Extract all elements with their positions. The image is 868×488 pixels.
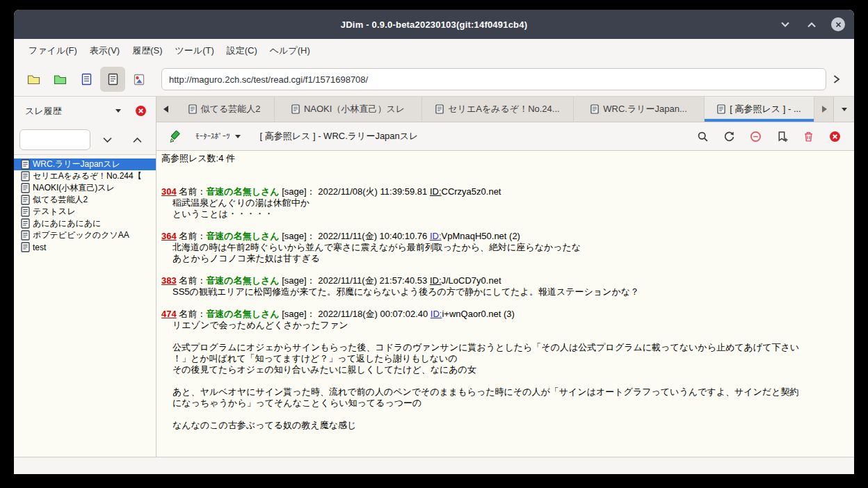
close-circle-icon bbox=[829, 131, 841, 143]
stop-button[interactable] bbox=[746, 127, 765, 146]
post: 474 名前：音速の名無しさん [sage]： 2022/11/18(金) 00… bbox=[161, 309, 849, 431]
menu-history[interactable]: 履歴(S) bbox=[126, 42, 168, 60]
image-view-button[interactable] bbox=[127, 67, 152, 92]
sidebar-thread-item[interactable]: WRC.ラリーJapanスレ bbox=[14, 158, 156, 170]
thread-tab[interactable]: NAOKI（小林直己）スレ bbox=[275, 97, 422, 122]
thread-tab[interactable]: WRC.ラリーJapan... bbox=[574, 97, 705, 122]
post-mail-date: [sage]： 2022/11/08(火) 11:39:59.81 bbox=[280, 186, 430, 197]
thread-document-icon bbox=[21, 242, 30, 252]
post-body: 北海道の時は午前2時ぐらいから並んで寒さに震えながら最前列取ったから、絶対に座ら… bbox=[161, 242, 849, 264]
post-number-link[interactable]: 364 bbox=[161, 231, 177, 241]
favorites-button[interactable] bbox=[47, 67, 72, 92]
post-header: 304 名前：音速の名無しさん [sage]： 2022/11/08(火) 11… bbox=[161, 186, 849, 197]
go-arrow-icon bbox=[833, 74, 841, 84]
search-down-button[interactable] bbox=[95, 129, 120, 150]
titlebar[interactable]: JDim - 0.9.0-beta20230103(git:14f0491cb4… bbox=[14, 10, 854, 39]
thread-item-label: test bbox=[33, 243, 46, 252]
board-document-icon bbox=[81, 73, 92, 86]
sidebar-thread-item[interactable]: ポプテピピックのクソAA bbox=[14, 229, 156, 241]
menu-settings[interactable]: 設定(C) bbox=[220, 42, 264, 60]
tab-scroll-left-button[interactable] bbox=[156, 97, 175, 122]
thread-document-icon bbox=[21, 218, 30, 229]
search-button[interactable] bbox=[693, 127, 712, 146]
tab-label: NAOKI（小林直己）スレ bbox=[304, 103, 405, 115]
post-mail-date: [sage]： 2022/11/18(金) 00:07:02.40 bbox=[280, 309, 431, 319]
delete-button[interactable] bbox=[798, 127, 818, 146]
post-id-count: (2) bbox=[506, 231, 520, 241]
caret-down-icon bbox=[235, 135, 241, 138]
thread-document-icon bbox=[590, 104, 599, 114]
tab-list-dropdown-button[interactable] bbox=[833, 97, 854, 122]
sidebar-thread-item[interactable]: test bbox=[14, 241, 156, 253]
bbs-list-folder-icon bbox=[27, 74, 40, 85]
close-window-button[interactable] bbox=[829, 15, 847, 33]
post-id-value: J/LoCD7y0.net bbox=[442, 275, 501, 286]
write-post-button[interactable] bbox=[163, 126, 186, 147]
favorites-folder-icon bbox=[54, 74, 67, 85]
board-select-button[interactable]: ﾓｰﾀｰｽﾎﾟｰﾂ bbox=[190, 127, 246, 146]
sidebar-search-input[interactable] bbox=[19, 129, 90, 150]
arrow-left-icon bbox=[163, 106, 168, 113]
thread-view-button[interactable] bbox=[100, 67, 125, 92]
content-panel: 似てる芸能人2 NAOKI（小林直己）スレ セリエAをみるぞ！No.24... … bbox=[156, 97, 854, 457]
url-input[interactable] bbox=[161, 68, 826, 90]
thread-document-icon bbox=[291, 104, 300, 114]
open-url-button[interactable] bbox=[826, 68, 847, 90]
board-view-button[interactable] bbox=[74, 67, 99, 92]
thread-document-icon bbox=[435, 104, 444, 114]
tab-scroll-right-button[interactable] bbox=[815, 97, 833, 122]
post-number-link[interactable]: 383 bbox=[161, 275, 177, 286]
sidebar-close-button[interactable] bbox=[132, 103, 149, 120]
bookmark-add-icon bbox=[776, 131, 788, 143]
sidebar-search-row bbox=[14, 125, 156, 154]
post-mail-date: [sage]： 2022/11/11(金) 21:57:40.53 bbox=[280, 275, 430, 286]
close-thread-button[interactable] bbox=[825, 127, 844, 146]
thread-item-label: 似てる芸能人2 bbox=[33, 194, 88, 206]
thread-tab[interactable]: 似てる芸能人2 bbox=[175, 97, 275, 122]
post-name-label: 名前： bbox=[177, 186, 207, 197]
menu-tools[interactable]: ツール(T) bbox=[169, 42, 220, 60]
bookmark-add-button[interactable] bbox=[772, 127, 791, 146]
chevron-up-icon bbox=[807, 22, 817, 28]
thread-tab[interactable]: セリエAをみるぞ！No.24... bbox=[422, 97, 574, 122]
thread-item-label: NAOKI(小林直己)スレ bbox=[33, 182, 115, 194]
post: 364 名前：音速の名無しさん [sage]： 2022/11/11(金) 10… bbox=[161, 231, 849, 264]
search-up-button[interactable] bbox=[124, 129, 150, 150]
main-area: スレ履歴 bbox=[14, 97, 854, 457]
post-header: 383 名前：音速の名無しさん [sage]： 2022/11/11(金) 21… bbox=[161, 275, 849, 286]
menu-file[interactable]: ファイル(F) bbox=[22, 42, 83, 60]
sidebar-thread-item[interactable]: NAOKI(小林直己)スレ bbox=[14, 182, 156, 194]
post-id-link[interactable]: ID: bbox=[430, 231, 442, 241]
post: 383 名前：音速の名無しさん [sage]： 2022/11/11(金) 21… bbox=[161, 275, 849, 298]
bbs-list-button[interactable] bbox=[21, 67, 46, 92]
reload-button[interactable] bbox=[719, 127, 739, 146]
post-number-link[interactable]: 474 bbox=[161, 309, 177, 319]
app-window: JDim - 0.9.0-beta20230103(git:14f0491cb4… bbox=[14, 10, 854, 474]
post-id-link[interactable]: ID: bbox=[430, 275, 442, 286]
menu-view[interactable]: 表示(V) bbox=[83, 42, 126, 60]
thread-tab[interactable]: [ 高参照レス ] - ... bbox=[705, 97, 814, 122]
close-circle-icon bbox=[135, 105, 147, 117]
search-icon bbox=[697, 131, 709, 143]
main-toolbar bbox=[14, 63, 854, 97]
post-id-link[interactable]: ID: bbox=[430, 186, 442, 197]
minimize-button[interactable] bbox=[776, 15, 794, 33]
thread-item-label: ポプテピピックのクソAA bbox=[33, 229, 129, 241]
tab-label: [ 高参照レス ] - ... bbox=[730, 103, 801, 115]
maximize-button[interactable] bbox=[803, 15, 821, 33]
post-header: 474 名前：音速の名無しさん [sage]： 2022/11/18(金) 00… bbox=[161, 309, 849, 320]
close-window-icon bbox=[831, 17, 845, 31]
sidebar-thread-item[interactable]: あにあにあにあに bbox=[14, 218, 156, 229]
sidebar-thread-item[interactable]: 似てる芸能人2 bbox=[14, 194, 156, 206]
post-id-value: i+wnQaor0.net bbox=[442, 309, 501, 319]
post-id-link[interactable]: ID: bbox=[431, 309, 442, 319]
caret-down-icon bbox=[842, 108, 847, 111]
sidebar-thread-item[interactable]: セリエAをみるぞ！No.244【 bbox=[14, 170, 156, 182]
caret-down-icon bbox=[115, 109, 121, 113]
post-number-link[interactable]: 304 bbox=[161, 186, 177, 197]
post-body: SS5の観戦エリアに松岡修造が来てた。邪魔にならないよう後ろの方で静かにしてたよ… bbox=[161, 286, 849, 298]
sidebar-view-dropdown[interactable] bbox=[110, 103, 127, 120]
menu-help[interactable]: ヘルプ(H) bbox=[264, 42, 316, 60]
post-name-label: 名前： bbox=[177, 231, 207, 241]
sidebar-thread-item[interactable]: テストスレ bbox=[14, 206, 156, 218]
